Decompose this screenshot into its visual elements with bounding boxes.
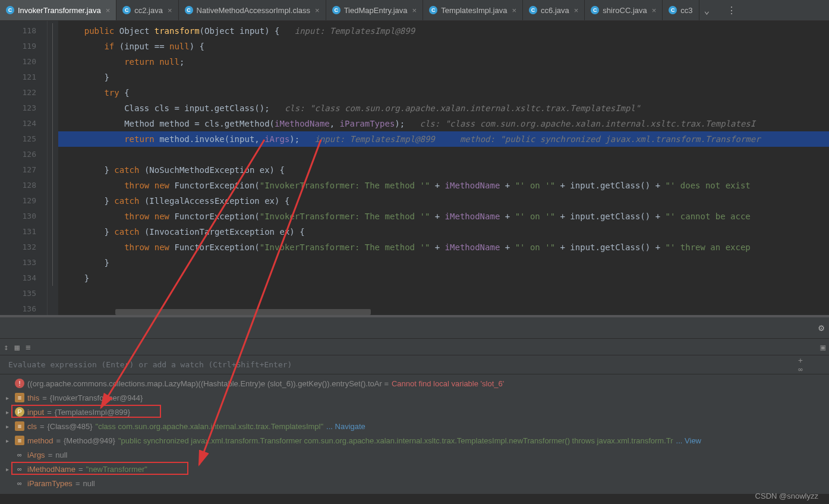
tab-overflow-icon[interactable]: ⌄ ⋮ — [699, 0, 742, 20]
class-file-icon: C — [122, 6, 131, 14]
expand-arrow-icon[interactable]: ▸ — [6, 409, 12, 415]
param-icon: P — [15, 407, 24, 417]
line-gutter: 118 119 120 121 122 123 124 125 126 127 … — [0, 21, 48, 315]
expand-arrow-icon[interactable]: ▸ — [6, 437, 12, 444]
var-row-cls[interactable]: ▸ ≡ cls = {Class@485} "class com.sun.org… — [0, 419, 829, 433]
code-line: try { — [58, 85, 829, 100]
expand-arrow-icon[interactable]: ▸ — [6, 423, 12, 430]
editor-tabs: CInvokerTransformer.java× Ccc2.java× CNa… — [0, 0, 829, 21]
close-icon[interactable]: × — [412, 6, 417, 15]
code-line: Method method = cls.getMethod(iMethodNam… — [58, 116, 829, 131]
class-file-icon: C — [529, 6, 537, 14]
watch-input-row[interactable]: + ∞ — [0, 355, 829, 374]
expand-icon[interactable]: ↕ — [4, 342, 8, 352]
code-line: } catch (NoSuchMethodException ex) { — [58, 162, 829, 178]
tab-templates-impl[interactable]: CTemplatesImpl.java× — [423, 0, 523, 20]
close-icon[interactable]: × — [512, 6, 516, 15]
watch-icon: ∞ — [15, 464, 24, 474]
code-line: } — [58, 255, 829, 270]
class-file-icon: C — [332, 6, 341, 14]
watermark: CSDN @snowlyzz — [755, 492, 818, 500]
code-line: return null; — [58, 54, 829, 70]
add-watch-icon[interactable]: + ∞ — [798, 356, 821, 374]
code-line-current: return method.invoke(input, iArgs); inpu… — [58, 131, 829, 147]
object-icon: ≡ — [15, 421, 24, 431]
expand-arrow-icon[interactable]: ▸ — [6, 466, 12, 472]
code-line — [58, 147, 829, 162]
view-link[interactable]: ... View — [676, 436, 701, 445]
close-icon[interactable]: × — [106, 6, 111, 15]
close-icon[interactable]: × — [315, 6, 320, 15]
tab-native-method-accessor[interactable]: CNativeMethodAccessorImpl.class× — [179, 0, 326, 20]
var-row-input[interactable]: ▸ P input = {TemplatesImpl@899} — [0, 405, 829, 419]
gear-icon[interactable]: ⚙ — [818, 322, 824, 333]
watch-expression-input[interactable] — [8, 360, 798, 369]
code-line: } — [58, 270, 829, 286]
object-icon: ≡ — [15, 436, 24, 445]
tab-cc6[interactable]: Ccc6.java× — [523, 0, 585, 20]
scrollbar-thumb[interactable] — [115, 309, 371, 315]
class-file-icon: C — [6, 6, 14, 14]
var-row-method[interactable]: ▸ ≡ method = {Method@949} "public synchr… — [0, 433, 829, 448]
code-line: throw new FunctorException("InvokerTrans… — [58, 240, 829, 255]
fold-gutter[interactable] — [48, 21, 58, 315]
class-file-icon: C — [669, 6, 677, 14]
code-line: } catch (InvocationTargetException ex) { — [58, 224, 829, 240]
code-line: throw new FunctorException("InvokerTrans… — [58, 178, 829, 193]
code-line: if (input == null) { — [58, 39, 829, 54]
code-area[interactable]: public Object transform(Object input) { … — [58, 21, 829, 315]
error-icon: ! — [15, 379, 24, 388]
tab-invokertransformer[interactable]: CInvokerTransformer.java× — [0, 0, 116, 20]
code-line: throw new FunctorException("InvokerTrans… — [58, 209, 829, 224]
class-file-icon: C — [185, 6, 193, 14]
variables-panel: ! ((org.apache.commons.collections.map.L… — [0, 374, 829, 494]
watch-icon: ∞ — [15, 450, 24, 459]
layout-icon[interactable]: ▦ — [14, 342, 19, 352]
variables-view-toolbar: ↕ ▦ ≡ ▣ — [0, 339, 829, 355]
code-line: } catch (IllegalAccessException ex) { — [58, 193, 829, 209]
code-editor[interactable]: 118 119 120 121 122 123 124 125 126 127 … — [0, 21, 829, 315]
navigate-link[interactable]: ... Navigate — [326, 422, 365, 431]
close-icon[interactable]: × — [574, 6, 579, 15]
expand-arrow-icon[interactable]: ▸ — [6, 395, 12, 401]
filter-icon[interactable]: ≡ — [26, 342, 30, 352]
var-row-imethodname[interactable]: ▸ ∞ iMethodName = "newTransformer" — [0, 462, 829, 476]
code-line: } — [58, 70, 829, 85]
code-line: public Object transform(Object input) { … — [58, 23, 829, 39]
var-row-iargs[interactable]: ∞ iArgs = null — [0, 448, 829, 462]
object-icon: ≡ — [15, 393, 24, 402]
tab-tied-map-entry[interactable]: CTiedMapEntry.java× — [326, 0, 424, 20]
tab-shirocc[interactable]: CshiroCC.java× — [585, 0, 663, 20]
class-file-icon: C — [429, 6, 437, 14]
code-line — [58, 286, 829, 301]
var-row-this[interactable]: ▸ ≡ this = {InvokerTransformer@944} — [0, 390, 829, 405]
code-line: Class cls = input.getClass(); cls: "clas… — [58, 100, 829, 116]
horizontal-scrollbar[interactable] — [115, 309, 829, 315]
class-file-icon: C — [591, 6, 599, 14]
debug-toolbar: ⚙ — [0, 317, 829, 339]
close-icon[interactable]: × — [652, 6, 657, 15]
var-row-iparamtypes[interactable]: ∞ iParamTypes = null — [0, 476, 829, 490]
var-row-error[interactable]: ! ((org.apache.commons.collections.map.L… — [0, 376, 829, 390]
layout-toggle-icon[interactable]: ▣ — [821, 342, 825, 352]
close-icon[interactable]: × — [168, 6, 172, 15]
tab-cc2[interactable]: Ccc2.java× — [116, 0, 178, 20]
tab-cc3[interactable]: Ccc3 — [663, 0, 699, 20]
watch-icon: ∞ — [15, 478, 24, 488]
